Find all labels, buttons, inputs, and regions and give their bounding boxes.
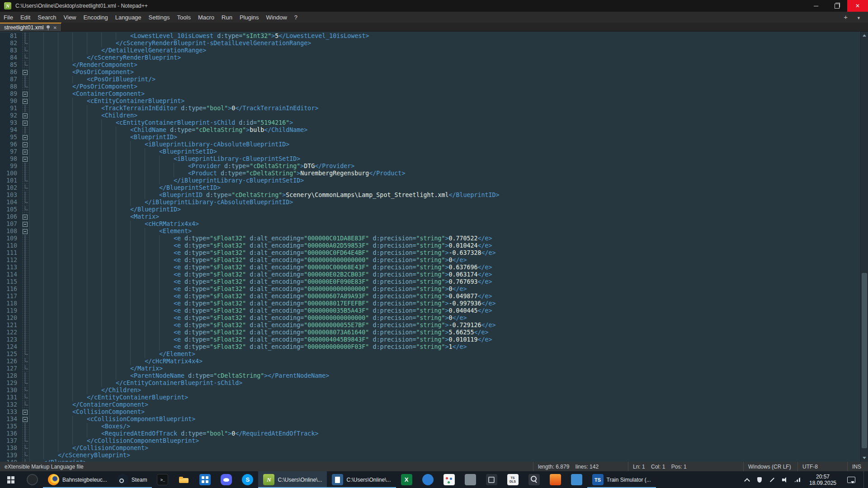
taskbar-button-grayapp[interactable] — [460, 471, 481, 488]
vertical-scrollbar[interactable] — [860, 32, 868, 462]
code-line: 110<e d:type="sFloat32" d:alt_encoding="… — [0, 242, 860, 249]
status-length-lines: length: 6.879 lines: 142 — [533, 462, 628, 471]
taskbar-button-tsdls[interactable] — [502, 471, 524, 488]
menu-item-macro[interactable]: Macro — [194, 14, 218, 21]
start-button[interactable] — [0, 471, 22, 488]
taskbar-button-fileman[interactable]: C:\Users\Online\... — [327, 471, 396, 488]
code-text: <cEntityContainerBlueprint-sChild d:id="… — [29, 119, 860, 127]
code-line: 104</iBlueprintLibrary-cAbsoluteBlueprin… — [0, 199, 860, 206]
code-line: 134<cCollisionComponentBlueprint> — [0, 416, 860, 423]
restore-button[interactable] — [826, 0, 847, 12]
menu-item-run[interactable]: Run — [218, 14, 236, 21]
speaker-icon[interactable] — [781, 476, 788, 483]
taskbar-button-discord[interactable] — [216, 471, 237, 488]
taskbar-button-magnifier[interactable] — [524, 471, 545, 488]
code-line: 101</iBlueprintLibrary-cBlueprintSetID> — [0, 177, 860, 184]
taskbar-button-grid[interactable] — [194, 471, 216, 488]
fold-collapse-icon[interactable] — [22, 134, 29, 141]
indent-guides — [29, 249, 174, 257]
taskbar-button-blueapp[interactable] — [417, 471, 439, 488]
menu-item-plugins[interactable]: Plugins — [236, 14, 263, 21]
code-line: 90<cEntityContainerBlueprint> — [0, 98, 860, 105]
clock[interactable]: 20:57 18.09.2025 — [807, 474, 839, 486]
indent-guides — [29, 127, 130, 134]
fold-collapse-icon[interactable] — [22, 155, 29, 163]
menu-item-help[interactable]: ? — [291, 14, 301, 21]
title-bar[interactable]: C:\Users\Online\Desktop\streetlight01.xm… — [0, 0, 868, 12]
tab-streetlight01[interactable]: streetlight01.xml — [0, 23, 61, 31]
taskbar-button-darkapp[interactable] — [481, 471, 502, 488]
scroll-down-arrow-icon[interactable] — [861, 454, 868, 462]
fold-guide — [22, 365, 29, 372]
tab-list-dropdown-icon[interactable] — [857, 13, 861, 21]
fold-collapse-icon[interactable] — [22, 228, 29, 235]
line-number: 112 — [0, 257, 22, 264]
fold-collapse-icon[interactable] — [22, 98, 29, 105]
fold-collapse-icon[interactable] — [22, 213, 29, 221]
line-number: 106 — [0, 213, 22, 221]
taskbar-button-blueapp2[interactable] — [566, 471, 587, 488]
code-text: <BlueprintID> — [29, 134, 860, 141]
network-icon[interactable] — [794, 476, 801, 483]
menu-item-window[interactable]: Window — [263, 14, 291, 21]
taskbar-button-terminal[interactable] — [152, 471, 173, 488]
line-number: 88 — [0, 83, 22, 90]
taskbar-button-firefox[interactable]: Bahnsteigbeleuc... — [43, 471, 112, 488]
fold-collapse-icon[interactable] — [22, 69, 29, 76]
menu-item-search[interactable]: Search — [34, 14, 60, 21]
fold-guide — [22, 300, 29, 307]
taskbar-button-excel[interactable] — [396, 471, 417, 488]
fold-collapse-icon[interactable] — [22, 416, 29, 423]
taskbar-button-dark-circle[interactable] — [22, 471, 43, 488]
code-line: 113<e d:type="sFloat32" d:alt_encoding="… — [0, 264, 860, 271]
shield-icon[interactable] — [756, 476, 763, 483]
menu-item-language[interactable]: Language — [112, 14, 145, 21]
scroll-up-arrow-icon[interactable] — [861, 32, 868, 39]
minimize-button[interactable] — [806, 0, 826, 12]
indent-guides — [29, 322, 174, 329]
tab-close-icon[interactable] — [53, 24, 57, 31]
status-encoding[interactable]: UTF-8 — [797, 462, 847, 471]
fold-guide — [22, 127, 29, 134]
grayapp-icon — [465, 474, 476, 485]
menu-item-edit[interactable]: Edit — [17, 14, 34, 21]
pin-icon[interactable] — [47, 25, 50, 28]
menu-item-file[interactable]: File — [0, 14, 17, 21]
show-desktop-button[interactable] — [863, 471, 866, 488]
indent-guides — [29, 83, 72, 90]
fold-collapse-icon[interactable] — [22, 148, 29, 155]
taskbar-button-steam[interactable]: Steam — [112, 471, 152, 488]
menu-item-settings[interactable]: Settings — [145, 14, 174, 21]
status-insert-mode[interactable]: INS — [847, 462, 868, 471]
menu-item-tools[interactable]: Tools — [174, 14, 194, 21]
indent-guides — [29, 430, 101, 437]
fold-collapse-icon[interactable] — [22, 141, 29, 148]
menu-item-view[interactable]: View — [60, 14, 80, 21]
fold-collapse-icon[interactable] — [22, 408, 29, 416]
taskbar-button-explorer[interactable] — [173, 471, 194, 488]
fold-collapse-icon[interactable] — [22, 221, 29, 228]
status-eol-format[interactable]: Windows (CR LF) — [743, 462, 797, 471]
new-tab-icon[interactable] — [844, 13, 848, 21]
fold-guide — [22, 61, 29, 69]
editor[interactable]: 81<LowestLevel_10isLowest d:type="sInt32… — [0, 32, 868, 462]
code-line: 92<Children> — [0, 112, 860, 119]
taskbar-button-skype[interactable] — [237, 471, 258, 488]
code-text: <TrackTerrainInEditor d:type="bool">0</T… — [29, 105, 860, 112]
line-number: 109 — [0, 235, 22, 242]
taskbar-button-notepadpp[interactable]: C:\Users\Online\... — [258, 471, 327, 488]
code-line: 120<e d:type="sFloat32" d:alt_encoding="… — [0, 314, 860, 322]
fold-collapse-icon[interactable] — [22, 112, 29, 119]
fold-collapse-icon[interactable] — [22, 90, 29, 98]
menu-item-encoding[interactable]: Encoding — [80, 14, 112, 21]
taskbar-button-trainsim[interactable]: Train Simulator (... — [587, 471, 656, 488]
fold-collapse-icon[interactable] — [22, 119, 29, 127]
chevron-up-icon[interactable] — [743, 476, 750, 483]
action-center-icon[interactable] — [847, 477, 855, 483]
taskbar-button-flame[interactable] — [545, 471, 566, 488]
scrollbar-thumb[interactable] — [862, 273, 867, 448]
close-button[interactable] — [847, 0, 868, 12]
pen-icon[interactable] — [769, 476, 776, 483]
code-line: 133<CollisionComponent> — [0, 408, 860, 416]
taskbar-button-paint[interactable] — [439, 471, 460, 488]
